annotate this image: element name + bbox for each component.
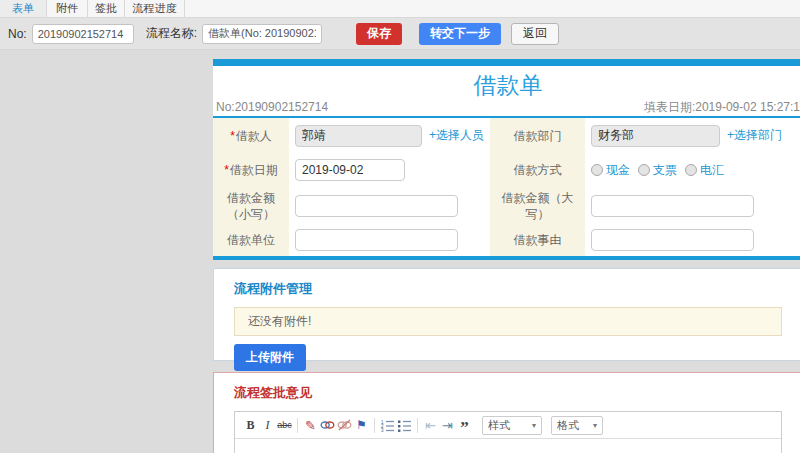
radio-icon[interactable] [591, 164, 603, 176]
amount-lowercase-label: 借款金额（小写） [213, 187, 289, 224]
unlink-icon[interactable] [336, 414, 353, 436]
amount-uppercase-input[interactable] [591, 195, 754, 217]
ordered-list-icon[interactable]: 1 2 3 [379, 414, 396, 436]
form-meta-row: No:20190902152714 填表日期:2019-09-02 15:27:… [213, 100, 800, 114]
tab-attachments[interactable]: 附件 [47, 0, 88, 17]
amount-lowercase-field-cell [289, 187, 490, 224]
department-field-cell: +选择部门 [585, 118, 800, 153]
department-input[interactable] [591, 125, 720, 147]
required-asterisk: * [230, 129, 235, 143]
no-attachments-message: 还没有附件! [234, 307, 782, 336]
radio-icon[interactable] [638, 164, 650, 176]
back-button[interactable]: 返回 [511, 23, 559, 45]
radio-cash[interactable]: 现金 [591, 162, 630, 179]
page-background: 借款单 No:20190902152714 填表日期:2019-09-02 15… [0, 50, 800, 453]
form-row-borrower: *借款人 +选择人员 借款部门 +选择部门 [213, 118, 800, 153]
amount-lowercase-input[interactable] [295, 195, 458, 217]
borrower-field-cell: +选择人员 [289, 118, 490, 153]
form-no-text: No:20190902152714 [216, 100, 328, 114]
amount-uppercase-label: 借款金额（大写） [490, 187, 585, 224]
rich-text-editor: B I abc ✎ ⚑ [234, 411, 782, 453]
process-name-input[interactable] [202, 24, 322, 44]
form-row-date-method: *借款日期 借款方式 现金 支票 [213, 153, 800, 187]
upload-attachment-button[interactable]: 上传附件 [234, 344, 306, 371]
svg-text:3: 3 [381, 428, 384, 432]
format-brush-icon[interactable]: ✎ [302, 414, 319, 436]
anchor-flag-icon[interactable]: ⚑ [353, 414, 370, 436]
panel-bottom-bar [213, 256, 800, 260]
loan-form-panel: 借款单 No:20190902152714 填表日期:2019-09-02 15… [213, 59, 800, 260]
no-input[interactable] [32, 24, 134, 44]
style-dropdown[interactable]: 样式 ▾ [482, 416, 542, 435]
approval-title: 流程签批意见 [234, 384, 800, 402]
loan-unit-field-cell [289, 224, 490, 256]
form-fill-date-text: 填表日期:2019-09-02 15:27:1 [644, 100, 800, 114]
tab-approval[interactable]: 签批 [88, 0, 125, 17]
toolbar-separator [417, 418, 418, 433]
form-row-unit-reason: 借款单位 借款事由 [213, 224, 800, 256]
radio-wire-transfer[interactable]: 电汇 [685, 162, 724, 179]
editor-content-area[interactable] [235, 439, 781, 453]
outdent-icon[interactable]: ⇤ [422, 414, 439, 436]
tab-form[interactable]: 表单 [0, 0, 47, 17]
loan-method-field-cell: 现金 支票 电汇 [585, 153, 800, 187]
loan-reason-label: 借款事由 [490, 224, 585, 256]
tab-bar: 表单 附件 签批 流程进度 [0, 0, 800, 18]
indent-icon[interactable]: ⇥ [439, 414, 456, 436]
borrower-input[interactable] [295, 125, 422, 147]
loan-reason-input[interactable] [591, 229, 754, 251]
toolbar-separator [374, 418, 375, 433]
chevron-down-icon: ▾ [593, 421, 597, 430]
loan-date-field-cell [289, 153, 490, 187]
select-person-link[interactable]: +选择人员 [429, 127, 484, 144]
radio-icon[interactable] [685, 164, 697, 176]
format-dropdown[interactable]: 格式 ▾ [551, 416, 603, 435]
amount-uppercase-field-cell [585, 187, 800, 224]
loan-unit-label: 借款单位 [213, 224, 289, 256]
attachments-panel: 流程附件管理 还没有附件! 上传附件 [213, 268, 800, 361]
chevron-down-icon: ▾ [532, 421, 536, 430]
form-grid: *借款人 +选择人员 借款部门 +选择部门 *借款日期 [213, 118, 800, 256]
form-row-amount: 借款金额（小写） 借款金额（大写） [213, 187, 800, 224]
link-icon[interactable] [319, 414, 336, 436]
loan-date-label: *借款日期 [213, 153, 289, 187]
bold-icon[interactable]: B [242, 414, 259, 436]
loan-method-label: 借款方式 [490, 153, 585, 187]
blockquote-icon[interactable]: ” [456, 411, 473, 439]
panel-top-bar [213, 59, 800, 66]
tab-process-progress[interactable]: 流程进度 [125, 0, 185, 17]
no-label: No: [8, 27, 27, 41]
loan-unit-input[interactable] [295, 229, 458, 251]
loan-reason-field-cell [585, 224, 800, 256]
toolbar-separator [297, 418, 298, 433]
save-button[interactable]: 保存 [356, 23, 402, 45]
process-name-label: 流程名称: [146, 25, 197, 42]
page-title: 借款单 [213, 70, 800, 100]
italic-icon[interactable]: I [259, 414, 276, 436]
approval-panel: 流程签批意见 B I abc ✎ [213, 372, 800, 453]
select-department-link[interactable]: +选择部门 [727, 127, 782, 144]
attachments-title: 流程附件管理 [234, 280, 800, 298]
toolbar: No: 流程名称: 保存 转交下一步 返回 [0, 18, 800, 50]
radio-cheque[interactable]: 支票 [638, 162, 677, 179]
editor-toolbar: B I abc ✎ ⚑ [235, 412, 781, 439]
department-label: 借款部门 [490, 118, 585, 153]
forward-next-step-button[interactable]: 转交下一步 [419, 23, 501, 45]
borrower-label: *借款人 [213, 118, 289, 153]
required-asterisk: * [224, 163, 229, 177]
loan-date-input[interactable] [295, 159, 405, 181]
strikethrough-icon[interactable]: abc [276, 414, 293, 436]
unordered-list-icon[interactable] [396, 414, 413, 436]
